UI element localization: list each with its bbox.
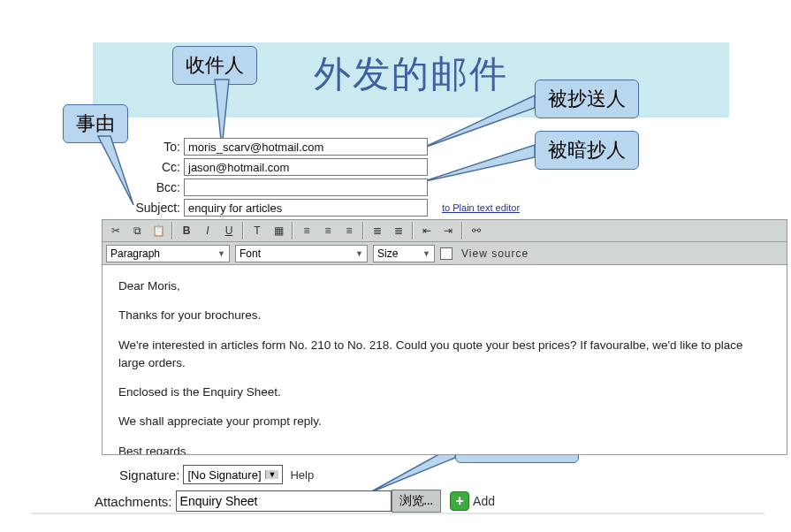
paragraph-select[interactable]: Paragraph▼: [106, 245, 230, 262]
slide-stage: 外发的邮件 收件人 事由 被抄送人 被暗抄人 主体部分 添加附件处 To: Cc…: [31, 18, 764, 513]
link-button[interactable]: ⚯: [467, 222, 486, 239]
cut-button[interactable]: ✂: [106, 222, 125, 239]
callout-subject: 事由: [63, 104, 128, 143]
add-attachment-label: Add: [473, 494, 495, 508]
editor-toolbar-1: ✂ ⧉ 📋 B I U T ▦ ≡ ≡ ≡ ≣ ≣ ⇤ ⇥ ⚯: [102, 219, 787, 242]
attachments-row: Attachments: 浏览... + Add: [95, 490, 495, 513]
bg-color-button[interactable]: ▦: [269, 222, 288, 239]
signature-value: [No Signature]: [187, 468, 261, 482]
toolbar-separator: [362, 222, 364, 239]
callout-cc-label: 被抄送人: [535, 80, 639, 118]
toolbar-separator: [171, 222, 173, 239]
to-input[interactable]: [184, 138, 428, 156]
align-left-button[interactable]: ≡: [297, 222, 316, 239]
editor-toolbar-2: Paragraph▼ Font▼ Size▼ View source: [102, 242, 787, 265]
font-select[interactable]: Font▼: [235, 245, 368, 262]
paste-button[interactable]: 📋: [148, 222, 168, 239]
to-label: To:: [126, 140, 184, 154]
bcc-label: Bcc:: [126, 180, 184, 194]
body-line: Thanks for your brochures.: [118, 307, 771, 324]
signature-row: Signature: [No Signature] ▼ Help: [119, 465, 314, 484]
indent-button[interactable]: ⇥: [438, 222, 458, 239]
plain-text-link[interactable]: to Plain text editor: [442, 202, 520, 213]
attachment-input[interactable]: [176, 490, 392, 512]
toolbar-separator: [292, 222, 293, 239]
align-center-button[interactable]: ≡: [318, 222, 338, 239]
rich-editor: ✂ ⧉ 📋 B I U T ▦ ≡ ≡ ≡ ≣ ≣ ⇤ ⇥ ⚯ Paragrap…: [102, 219, 787, 455]
subject-row: Subject: to Plain text editor: [126, 198, 780, 217]
bold-button[interactable]: B: [177, 222, 196, 239]
chevron-down-icon: ▼: [265, 470, 279, 479]
browse-button[interactable]: 浏览...: [392, 490, 442, 513]
email-header-fields: To: Cc: Bcc: Subject: to Plain text edit…: [126, 137, 780, 218]
toolbar-separator: [242, 222, 244, 239]
bcc-row: Bcc:: [126, 178, 780, 197]
signature-label: Signature:: [119, 467, 179, 483]
size-select-label: Size: [377, 247, 398, 260]
callout-cc: 被抄送人: [535, 80, 639, 118]
view-source-label: View source: [461, 247, 529, 260]
help-link[interactable]: Help: [290, 468, 314, 482]
email-body-editor[interactable]: Dear Moris, Thanks for your brochures. W…: [102, 265, 787, 455]
font-select-label: Font: [240, 247, 261, 260]
chevron-down-icon: ▼: [355, 249, 363, 258]
cc-row: Cc:: [126, 157, 780, 177]
toolbar-separator: [412, 222, 414, 239]
body-line: We shall appreciate your prompt reply.: [118, 413, 771, 430]
body-line: We're interested in articles form No. 21…: [118, 337, 771, 373]
bcc-input[interactable]: [184, 179, 428, 196]
font-color-button[interactable]: T: [247, 222, 267, 239]
size-select[interactable]: Size▼: [373, 245, 435, 262]
cc-input[interactable]: [184, 158, 428, 176]
align-right-button[interactable]: ≡: [339, 222, 359, 239]
subject-input[interactable]: [184, 199, 428, 217]
body-line: Best regards.: [118, 443, 771, 456]
view-source-checkbox[interactable]: [440, 247, 453, 260]
ordered-list-button[interactable]: ≣: [368, 222, 387, 239]
page-title: 外发的邮件: [314, 49, 508, 99]
body-line: Enclosed is the Enquiry Sheet.: [118, 384, 771, 401]
chevron-down-icon: ▼: [422, 249, 430, 258]
attachments-label: Attachments:: [95, 494, 172, 509]
unordered-list-button[interactable]: ≣: [389, 222, 408, 239]
paragraph-select-label: Paragraph: [110, 247, 160, 260]
body-line: Dear Moris,: [118, 277, 771, 295]
subject-label: Subject:: [126, 201, 184, 215]
outdent-button[interactable]: ⇤: [417, 222, 437, 239]
chevron-down-icon: ▼: [217, 249, 225, 258]
cc-label: Cc:: [126, 160, 184, 174]
copy-button[interactable]: ⧉: [127, 222, 147, 239]
italic-button[interactable]: I: [198, 222, 217, 239]
to-row: To:: [126, 137, 780, 156]
toolbar-separator: [461, 222, 463, 239]
signature-select[interactable]: [No Signature] ▼: [183, 465, 283, 484]
callout-recipient: 收件人: [172, 46, 257, 85]
add-attachment-icon[interactable]: +: [450, 491, 469, 511]
underline-button[interactable]: U: [219, 222, 239, 239]
